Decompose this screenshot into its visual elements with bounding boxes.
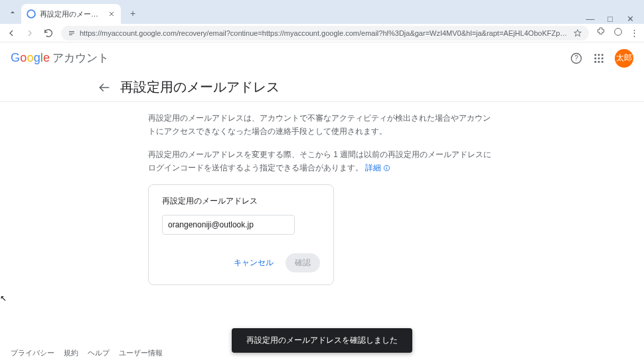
svg-point-13 <box>594 60 596 62</box>
confirm-button[interactable]: 確認 <box>285 253 320 272</box>
extensions-icon[interactable] <box>596 27 606 39</box>
close-window-icon[interactable]: ✕ <box>625 14 635 24</box>
help-icon[interactable]: ? <box>570 52 583 65</box>
page-title-row: 再設定用のメールアドレス <box>90 78 554 96</box>
svg-point-10 <box>594 57 596 59</box>
footer: プライバシー 規約 ヘルプ ユーザー情報 <box>11 348 163 358</box>
reload-button[interactable] <box>42 27 54 39</box>
svg-point-4 <box>615 29 622 36</box>
avatar-text: 太郎 <box>616 52 632 64</box>
svg-point-12 <box>602 57 604 59</box>
bookmark-icon[interactable] <box>573 29 582 38</box>
info-icon <box>383 164 390 172</box>
profile-icon[interactable] <box>613 27 623 39</box>
footer-help[interactable]: ヘルプ <box>88 348 110 358</box>
svg-rect-18 <box>386 166 387 167</box>
svg-point-0 <box>27 10 35 18</box>
svg-rect-17 <box>386 167 387 169</box>
window-controls: ― □ ✕ <box>576 11 644 24</box>
cancel-button[interactable]: キャンセル <box>228 253 279 272</box>
svg-rect-2 <box>69 32 74 33</box>
close-icon[interactable] <box>108 10 116 18</box>
card-label: 再設定用のメールアドレス <box>162 196 320 207</box>
footer-privacy[interactable]: プライバシー <box>11 348 54 358</box>
app-name: アカウント <box>52 50 109 66</box>
url-text: https://myaccount.google.com/recovery/em… <box>80 29 569 37</box>
svg-point-15 <box>602 60 604 62</box>
menu-icon[interactable]: ⋮ <box>630 28 639 38</box>
browser-tab-strip: 再設定用のメールアドレス + ― □ ✕ <box>0 0 644 24</box>
minimize-icon[interactable]: ― <box>586 14 595 24</box>
description-2-text: 再設定用のメールアドレスを変更する際、そこから 1 週間は以前の再設定用のメール… <box>148 150 491 172</box>
apps-icon[interactable] <box>592 52 605 65</box>
description-1: 再設定用のメールアドレスは、アカウントで不審なアクティビティが検出された場合やア… <box>148 111 496 139</box>
tab-title: 再設定用のメールアドレス <box>40 9 104 19</box>
divider <box>0 101 644 102</box>
toast-message: 再設定用のメールアドレスを確認しました <box>246 335 398 345</box>
svg-rect-3 <box>69 34 72 35</box>
recovery-email-card: 再設定用のメールアドレス キャンセル 確認 <box>148 184 334 285</box>
footer-userinfo[interactable]: ユーザー情報 <box>119 348 163 358</box>
google-favicon <box>27 9 36 19</box>
learn-more-link[interactable]: 詳細 <box>365 161 390 174</box>
main-content: 再設定用のメールアドレスは、アカウントで不審なアクティビティが検出された場合やア… <box>136 111 508 285</box>
recovery-email-input[interactable] <box>162 215 295 235</box>
cursor-icon: ↖ <box>0 294 7 303</box>
app-header: Google アカウント ? 太郎 <box>0 42 644 74</box>
tab-search-icon[interactable] <box>7 7 19 19</box>
svg-point-9 <box>602 54 604 56</box>
svg-text:?: ? <box>574 54 578 62</box>
back-button[interactable] <box>5 27 17 39</box>
svg-point-14 <box>598 60 600 62</box>
page-title: 再設定用のメールアドレス <box>120 78 280 96</box>
maximize-icon[interactable]: □ <box>605 14 615 24</box>
svg-point-7 <box>594 54 596 56</box>
browser-tab[interactable]: 再設定用のメールアドレス <box>21 4 121 24</box>
svg-point-11 <box>598 57 600 59</box>
toast-snackbar: 再設定用のメールアドレスを確認しました <box>232 328 412 353</box>
new-tab-button[interactable]: + <box>125 5 141 21</box>
google-logo[interactable]: Google <box>11 51 50 65</box>
svg-rect-1 <box>69 31 74 32</box>
avatar[interactable]: 太郎 <box>615 49 633 68</box>
description-2: 再設定用のメールアドレスを変更する際、そこから 1 週間は以前の再設定用のメール… <box>148 148 496 175</box>
address-bar[interactable]: https://myaccount.google.com/recovery/em… <box>61 26 589 40</box>
forward-button[interactable] <box>24 27 36 39</box>
footer-terms[interactable]: 規約 <box>64 348 78 358</box>
browser-toolbar: https://myaccount.google.com/recovery/em… <box>0 24 644 42</box>
learn-more-label: 詳細 <box>365 161 381 174</box>
site-info-icon[interactable] <box>68 29 76 37</box>
back-arrow-icon[interactable] <box>98 81 111 94</box>
svg-point-8 <box>598 54 600 56</box>
